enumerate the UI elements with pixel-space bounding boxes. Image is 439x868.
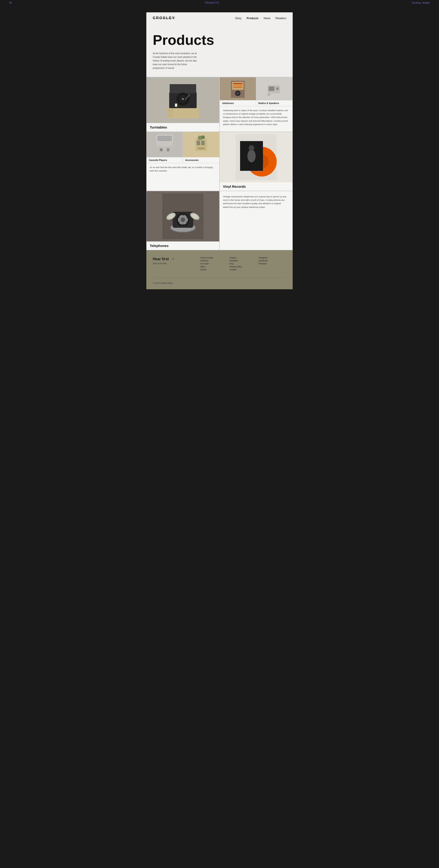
turntable-description: Harkening back to styles of the past, Cr… [220, 106, 292, 129]
footer-top: Hear first → Stay up to date About Crosl… [153, 256, 286, 271]
cassette-description: It's no duh that the 80s were like total… [147, 163, 219, 176]
svg-rect-15 [233, 83, 242, 84]
footer-faq[interactable]: FAQ [229, 262, 257, 265]
svg-point-10 [182, 98, 184, 100]
product-row-1: Turntables [146, 77, 293, 132]
footer-bottom: © 2020 Crosley Radio [153, 278, 286, 285]
footer-about[interactable]: About Crosley [200, 256, 228, 259]
cassette-accessories-cell: CROSLEY [146, 132, 220, 191]
accessories-label: Accessories [183, 157, 219, 163]
svg-point-19 [237, 92, 239, 95]
radios-label: Radios & Speakers [256, 100, 292, 106]
telephone-image [147, 191, 219, 242]
footer-pinterest[interactable]: Pinterest [259, 262, 286, 265]
telephone-description: Vintage reproduction telephones are a gr… [220, 191, 292, 212]
hero-description: At the forefront of the vinyl revolution… [153, 52, 198, 70]
footer-privacy[interactable]: Privacy policy [229, 266, 257, 268]
svg-rect-16 [233, 85, 242, 86]
svg-rect-34 [201, 141, 205, 145]
newsletter-subtext: Stay up to date [153, 262, 196, 265]
svg-point-55 [182, 224, 184, 225]
accessories-image [183, 132, 219, 157]
svg-point-23 [276, 88, 278, 90]
section-label: PRODUCTS [205, 1, 219, 4]
jukeboxes-label: Jukeboxes [220, 100, 256, 106]
right-column-1: Jukeboxes Radios & Speakers Harkening ba… [220, 77, 293, 132]
product-row-3: Telephones Vintage reproduction telephon… [146, 191, 293, 250]
svg-point-43 [247, 150, 256, 162]
footer: Hear first → Stay up to date About Crosl… [146, 250, 293, 289]
hero-section: Products At the forefront of the vinyl r… [146, 24, 293, 77]
nav-retailers[interactable]: Retailers [276, 17, 286, 20]
svg-point-52 [182, 214, 184, 216]
telephone-desc-cell: Vintage reproduction telephones are a gr… [220, 191, 293, 250]
product-row-2: CROSLEY [146, 132, 293, 191]
nav-story[interactable]: Story [235, 17, 242, 20]
turntables-cell[interactable]: Turntables [146, 77, 220, 132]
platform-label: Desktop, Mobile [412, 1, 430, 4]
cassette-label: Cassette Players [147, 157, 183, 163]
svg-rect-33 [197, 141, 200, 145]
nav-products[interactable]: Products [247, 17, 259, 20]
nav-news[interactable]: News [263, 17, 271, 20]
vinyl-image [220, 132, 292, 182]
newsletter-section: Hear first → Stay up to date [153, 256, 196, 271]
footer-contact[interactable]: Contact [229, 269, 257, 271]
footer-links: About Crosley Products Our team News Car… [200, 256, 286, 271]
footer-products[interactable]: Products [200, 259, 228, 262]
footer-support[interactable]: Support [229, 256, 257, 259]
jukebox-image [220, 77, 256, 100]
radios-image [256, 77, 292, 100]
svg-point-37 [201, 135, 205, 139]
telephones-label: Telephones [147, 242, 219, 250]
turntable-image [162, 80, 203, 121]
footer-col-2: Support Resellers FAQ Privacy policy Con… [229, 256, 257, 271]
svg-point-29 [160, 148, 163, 151]
telephone-cell[interactable]: Telephones [146, 191, 220, 250]
product-grid: Turntables [146, 77, 293, 250]
svg-rect-7 [170, 84, 196, 93]
svg-point-57 [178, 217, 180, 218]
footer-col-1: About Crosley Products Our team News Car… [200, 256, 228, 271]
svg-point-53 [186, 217, 188, 218]
svg-rect-12 [175, 103, 177, 107]
page-title: Products [153, 33, 286, 47]
footer-instagram[interactable]: Instagram [259, 256, 286, 259]
footer-our-team[interactable]: Our team [200, 262, 228, 265]
copyright: © 2020 Crosley Radio [153, 282, 173, 284]
vinyl-cell[interactable]: Vinyl Records [220, 132, 293, 191]
arrow-icon[interactable]: → [170, 256, 175, 261]
svg-rect-24 [268, 94, 270, 96]
svg-rect-21 [269, 87, 274, 91]
page-number: 05 [9, 1, 12, 4]
vinyl-label: Vinyl Records [220, 182, 292, 191]
logo[interactable]: CROSLEY [153, 16, 235, 20]
site-wrapper: CROSLEY Story Products News Retailers Pr… [146, 12, 293, 289]
footer-news[interactable]: News [200, 266, 228, 268]
navigation: CROSLEY Story Products News Retailers [146, 12, 293, 24]
svg-rect-17 [233, 87, 242, 88]
svg-rect-26 [157, 142, 173, 146]
footer-resellers[interactable]: Resellers [229, 259, 257, 262]
svg-point-56 [178, 222, 180, 223]
top-bar: 05 PRODUCTS Desktop, Mobile [0, 0, 439, 5]
cassette-image: CROSLEY [147, 132, 183, 157]
svg-text:CROSLEY: CROSLEY [163, 149, 170, 151]
svg-point-54 [186, 222, 188, 223]
hear-first-heading: Hear first → [153, 256, 196, 261]
footer-facebook[interactable]: Facebook [259, 259, 286, 262]
turntables-label: Turntables [147, 123, 219, 131]
footer-career[interactable]: Career [200, 269, 228, 271]
svg-rect-0 [167, 107, 199, 119]
nav-links: Story Products News Retailers [235, 16, 286, 20]
svg-point-44 [249, 145, 254, 151]
footer-col-3: Instagram Facebook Pinterest [259, 256, 286, 271]
svg-point-51 [181, 217, 185, 222]
svg-rect-35 [198, 148, 205, 149]
svg-rect-28 [157, 135, 172, 141]
